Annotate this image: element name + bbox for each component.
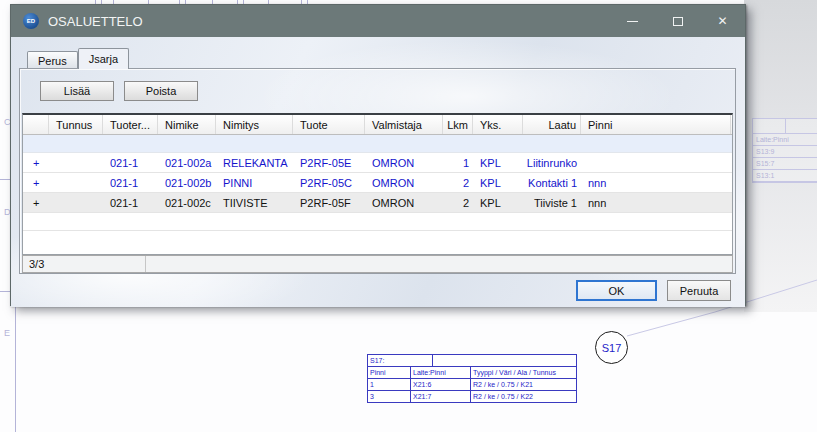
pin-table-cell: Tyyppi / Väri / Ala / Tunnus	[470, 367, 577, 379]
pin-table-title: S17:	[367, 354, 432, 367]
grid-cell	[49, 193, 103, 212]
grid-cell: OMRON	[365, 173, 443, 192]
column-header[interactable]: Tuoter...	[103, 115, 158, 134]
minimize-icon	[627, 21, 638, 22]
add-button[interactable]: Lisää	[40, 81, 114, 101]
row-expander-icon: +	[23, 173, 49, 192]
pin-table-cell: Laite:Pinni	[410, 367, 470, 379]
grid-cell: 2	[443, 193, 473, 212]
app-icon: ED	[23, 13, 39, 29]
pin-table-cell: X21:7	[410, 391, 470, 403]
faint-table-header	[753, 119, 817, 134]
grid-cell: 021-1	[103, 173, 158, 192]
grid-empty-row[interactable]	[23, 213, 732, 231]
column-header[interactable]: Laatu	[523, 115, 581, 134]
close-icon: ✕	[717, 14, 727, 28]
grid-cell: Tiiviste 1	[523, 193, 581, 212]
column-header[interactable]: Nimitys	[216, 115, 293, 134]
cancel-button[interactable]: Peruuta	[667, 280, 731, 301]
ok-button[interactable]: OK	[576, 280, 657, 301]
grid-cell: KPL	[473, 173, 523, 192]
record-count: 3/3	[23, 256, 146, 272]
grid-cell: 021-002c	[158, 193, 216, 212]
grid-cell: 021-1	[103, 193, 158, 212]
column-header[interactable]: Tuote	[293, 115, 365, 134]
column-header[interactable]: Lkm	[443, 115, 473, 134]
faint-table-row: S13:1	[753, 170, 817, 182]
grid-cell: 021-002a	[158, 153, 216, 172]
remove-button[interactable]: Poista	[124, 81, 198, 101]
s17-pin-table: S17: PinniLaite:PinniTyyppi / Väri / Ala…	[367, 354, 577, 403]
column-header[interactable]: Nimike	[158, 115, 216, 134]
grid-cell: 021-1	[103, 153, 158, 172]
pin-table-cell: X21:6	[410, 379, 470, 391]
tab-strip: Perus Jsarja	[27, 48, 129, 69]
pin-table-cell: R2 / ke / 0.75 / K22	[470, 391, 577, 403]
status-spacer	[146, 256, 732, 272]
grid-cell: OMRON	[365, 153, 443, 172]
parts-grid: TunnusTuoter...NimikeNimitysTuoteValmist…	[22, 113, 733, 255]
grid-cell: 1	[443, 153, 473, 172]
sheet-border-line	[15, 294, 16, 432]
dialog-body: Perus Jsarja Lisää Poista TunnusTuoter..…	[11, 37, 745, 307]
grid-cell	[49, 173, 103, 192]
pin-table-title-blank	[432, 354, 577, 367]
tab-page: Lisää Poista TunnusTuoter...NimikeNimity…	[19, 68, 736, 274]
grid-cell: KPL	[473, 193, 523, 212]
grid-cell: nnn	[581, 173, 731, 192]
screen: C D E Laite:PinniS13:9S15:7S13:1 S17: Pi…	[0, 0, 817, 432]
row-expander-icon: +	[23, 193, 49, 212]
osaluettelo-dialog: ED OSALUETTELO ✕ Perus Jsarja Lisää Pois…	[10, 4, 746, 306]
grid-header-row: TunnusTuoter...NimikeNimitysTuoteValmist…	[23, 115, 732, 135]
pin-table-header-row: PinniLaite:PinniTyyppi / Väri / Ala / Tu…	[367, 367, 577, 379]
pin-table-row: 1X21:6R2 / ke / 0.75 / K21	[367, 379, 577, 391]
minimize-button[interactable]	[610, 5, 655, 37]
pin-table-title-row: S17:	[367, 354, 577, 367]
grid-cell: 2	[443, 173, 473, 192]
column-header[interactable]: Pinni	[581, 115, 731, 134]
maximize-button[interactable]	[655, 5, 700, 37]
column-header[interactable]: Yks.	[473, 115, 523, 134]
table-row[interactable]: +021-1021-002cTIIVISTEP2RF-05FOMRON2KPLT…	[23, 193, 732, 213]
grid-cell: nnn	[581, 193, 731, 212]
row-expander-icon: +	[23, 153, 49, 172]
tab-jsarja[interactable]: Jsarja	[78, 48, 129, 69]
faint-table-row: Laite:Pinni	[753, 134, 817, 146]
grid-filter-row[interactable]	[23, 135, 732, 153]
pin-table-cell: R2 / ke / 0.75 / K21	[470, 379, 577, 391]
pin-table-cell: Pinni	[367, 367, 410, 379]
pin-table-cell: 3	[367, 391, 410, 403]
faint-table-row: S15:7	[753, 158, 817, 170]
grid-cell: PINNI	[216, 173, 293, 192]
close-button[interactable]: ✕	[700, 5, 745, 37]
grid-cell: Liitinrunko	[523, 153, 581, 172]
table-row[interactable]: +021-1021-002aRELEKANTAP2RF-05EOMRON1KPL…	[23, 153, 732, 173]
grid-cell	[49, 153, 103, 172]
column-header[interactable]	[23, 115, 49, 134]
pin-table-cell: 1	[367, 379, 410, 391]
maximize-icon	[673, 17, 683, 26]
pin-table-row: 3X21:7R2 / ke / 0.75 / K22	[367, 391, 577, 403]
titlebar[interactable]: ED OSALUETTELO ✕	[11, 5, 745, 37]
background-pin-table: Laite:PinniS13:9S15:7S13:1	[752, 118, 817, 183]
table-row[interactable]: +021-1021-002bPINNIP2RF-05COMRON2KPLKont…	[23, 173, 732, 193]
tab-perus[interactable]: Perus	[27, 51, 78, 69]
column-header[interactable]: Tunnus	[49, 115, 103, 134]
grid-cell	[581, 153, 731, 172]
grid-cell: KPL	[473, 153, 523, 172]
zone-label: E	[4, 328, 10, 338]
grid-cell: OMRON	[365, 193, 443, 212]
column-header[interactable]: Valmistaja	[365, 115, 443, 134]
grid-cell: P2RF-05E	[293, 153, 365, 172]
grid-cell: P2RF-05C	[293, 173, 365, 192]
faint-table-row: S13:9	[753, 146, 817, 158]
grid-cell: Kontakti 1	[523, 173, 581, 192]
grid-status-bar: 3/3	[22, 255, 733, 273]
grid-cell: 021-002b	[158, 173, 216, 192]
grid-cell: TIIVISTE	[216, 193, 293, 212]
grid-cell: RELEKANTA	[216, 153, 293, 172]
grid-cell: P2RF-05F	[293, 193, 365, 212]
window-title: OSALUETTELO	[48, 14, 143, 29]
balloon-label: S17	[602, 342, 622, 354]
s17-balloon[interactable]: S17	[595, 331, 628, 364]
